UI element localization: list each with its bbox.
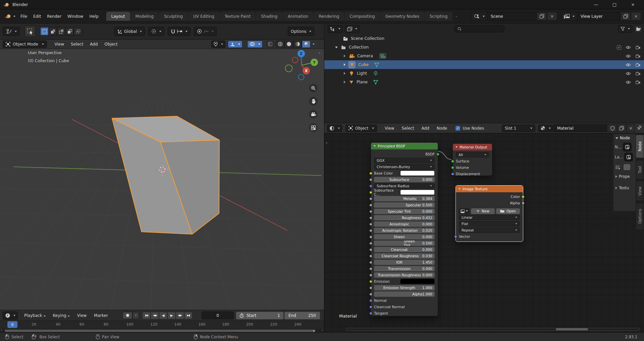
use-nodes-toggle[interactable]: ✓ Use Nodes <box>455 126 484 131</box>
socket-subsurface-radius[interactable] <box>369 185 372 188</box>
close-button[interactable]: × <box>625 0 641 9</box>
app-menu-button[interactable] <box>3 14 17 19</box>
shader-menu-node[interactable]: Node <box>434 125 450 132</box>
node-header[interactable]: Material Output <box>453 144 492 150</box>
camera-data-icon[interactable] <box>378 52 387 60</box>
editor-type-button[interactable] <box>327 125 342 132</box>
shading-wireframe-button[interactable] <box>276 41 284 48</box>
toggle-ortho-grid-button[interactable] <box>309 123 318 132</box>
scroll-left-arrow[interactable]: › <box>1 328 2 332</box>
region-resize-arrow[interactable]: ‹ <box>322 328 323 332</box>
tab-sculpting[interactable]: Sculpting <box>159 12 188 21</box>
interpolation-select[interactable]: Linear <box>459 215 520 220</box>
clearcoat-roughness-row[interactable]: Clearcoat Roughness0.030 <box>374 253 435 259</box>
sidebar-collapse-arrow[interactable]: ‹ <box>319 50 320 55</box>
emission-strength-row[interactable]: Emission Strength1.000 <box>374 285 435 290</box>
sheen-row[interactable]: Sheen0.000 <box>374 234 435 240</box>
expand-arrow-icon[interactable] <box>344 63 345 66</box>
sidebar-tab-tool[interactable]: Tool <box>636 160 644 180</box>
hide-eye-icon[interactable] <box>626 72 631 75</box>
viewport-menu-add[interactable]: Add <box>87 41 101 48</box>
current-frame-field[interactable]: 0 <box>202 312 234 319</box>
view-layer-name-field[interactable]: View Layer <box>577 12 620 20</box>
node-canvas[interactable]: ‹ Principled BSDF BSDF GGX Ch <box>324 133 644 332</box>
node-header[interactable]: Principled BSDF <box>371 143 438 149</box>
outliner-display-mode-button[interactable] <box>345 25 360 33</box>
hide-eye-icon[interactable] <box>626 46 631 49</box>
list-icon[interactable] <box>615 165 621 169</box>
metallic-row[interactable]: Metallic0.384 <box>374 196 435 201</box>
view-layer-icon-button[interactable] <box>561 12 578 21</box>
browse-image-button[interactable] <box>459 208 470 214</box>
unlink-scene-button[interactable]: × <box>547 12 557 20</box>
socket-emission[interactable] <box>369 280 372 283</box>
auto-key-record-button[interactable] <box>122 312 132 319</box>
socket-sheen-tint[interactable] <box>369 242 372 245</box>
ior-row[interactable]: IOR1.450 <box>374 260 435 265</box>
axis-minus-y-ball[interactable] <box>285 65 292 72</box>
tab-scripting[interactable]: Scripting <box>425 12 452 21</box>
menu-help[interactable]: Help <box>86 13 101 20</box>
shader-menu-select[interactable]: Select <box>399 125 417 132</box>
socket-ior[interactable] <box>369 261 372 264</box>
tab-uv-editing[interactable]: UV Editing <box>188 12 219 21</box>
scrollbar-handle[interactable] <box>313 330 315 332</box>
end-frame-field[interactable]: End 250 <box>284 312 320 320</box>
scrollbar-thumb[interactable] <box>556 328 588 330</box>
outliner-search-input[interactable] <box>454 25 505 32</box>
shader-type-dropdown[interactable]: Object <box>345 125 377 132</box>
tab-texture-paint[interactable]: Texture Paint <box>220 12 256 21</box>
outliner-editor-type-button[interactable] <box>328 25 343 33</box>
shader-hscrollbar[interactable] <box>346 328 640 331</box>
tab-modeling[interactable]: Modeling <box>130 12 159 21</box>
hide-eye-icon[interactable] <box>626 80 631 84</box>
viewport-menu-select[interactable]: Select <box>68 41 86 48</box>
node-name-field[interactable]: N... <box>613 142 636 152</box>
overlays-toggle-dropdown[interactable] <box>247 41 263 48</box>
projection-select[interactable]: Flat <box>459 221 520 226</box>
options-dropdown[interactable]: Options <box>288 27 314 36</box>
previous-keyframe-button[interactable]: ◀◆ <box>151 312 159 319</box>
anisotropic-rotation-row[interactable]: Anisotropic Rotation0.020 <box>374 228 435 233</box>
tab-geometry-nodes[interactable]: Geometry Nodes <box>380 12 424 21</box>
socket-bsdf-output[interactable] <box>436 153 439 156</box>
tab-rendering[interactable]: Rendering <box>314 12 344 21</box>
socket-clearcoat[interactable] <box>369 248 372 251</box>
transmission-row[interactable]: Transmission0.000 <box>374 266 435 271</box>
roughness-row[interactable]: Roughness0.432 <box>374 215 435 220</box>
new-material-button[interactable] <box>617 124 626 132</box>
collapse-node-icon[interactable] <box>459 188 461 190</box>
snap-dropdown[interactable] <box>168 27 191 36</box>
socket-transmission-roughness[interactable] <box>369 274 372 277</box>
anisotropic-row[interactable]: Anisotropic0.000 <box>374 221 435 227</box>
play-reverse-button[interactable]: ◀ <box>159 312 167 319</box>
scene-selector-icon-button[interactable] <box>471 12 488 21</box>
fake-user-shield-button[interactable] <box>608 124 617 132</box>
tab-layout[interactable]: Layout <box>106 12 130 21</box>
new-scene-button[interactable] <box>537 12 547 20</box>
open-image-button[interactable]: Open <box>496 208 520 214</box>
jump-to-start-button[interactable]: ▮◀ <box>142 312 151 319</box>
hide-eye-icon[interactable] <box>626 63 631 67</box>
next-keyframe-button[interactable]: ◆▶ <box>176 312 184 319</box>
tab-animation[interactable]: Animation <box>283 12 313 21</box>
outliner-row-cube[interactable]: Cube <box>324 60 644 69</box>
new-collection-button[interactable] <box>634 25 642 33</box>
hide-eye-icon[interactable] <box>626 54 631 58</box>
node-material-output[interactable]: Material Output All Surface Volume Displ… <box>452 143 492 176</box>
slot-dropdown[interactable]: Slot 1 <box>502 125 535 132</box>
timeline-menu-marker[interactable]: Marker <box>91 312 111 319</box>
select-mode-new-button[interactable] <box>40 27 49 36</box>
menu-render[interactable]: Render <box>44 13 64 20</box>
active-tool-button[interactable] <box>3 27 20 36</box>
disable-render-camera-icon[interactable] <box>636 46 640 49</box>
specular-row[interactable]: Specular0.500 <box>374 202 435 208</box>
timeline-editor-type-button[interactable] <box>3 312 18 320</box>
sidebar-tab-view[interactable]: View <box>636 181 644 201</box>
zoom-button[interactable] <box>309 84 318 92</box>
timeline-menu-playback[interactable]: Playback <box>21 312 49 319</box>
subsurface-color-row[interactable]: Subsurface C... <box>374 190 435 195</box>
base-color-row[interactable]: Base Color <box>374 170 435 176</box>
pin-button[interactable] <box>637 125 642 131</box>
subsurface-method-select[interactable]: Christensen-Burley <box>374 164 435 169</box>
